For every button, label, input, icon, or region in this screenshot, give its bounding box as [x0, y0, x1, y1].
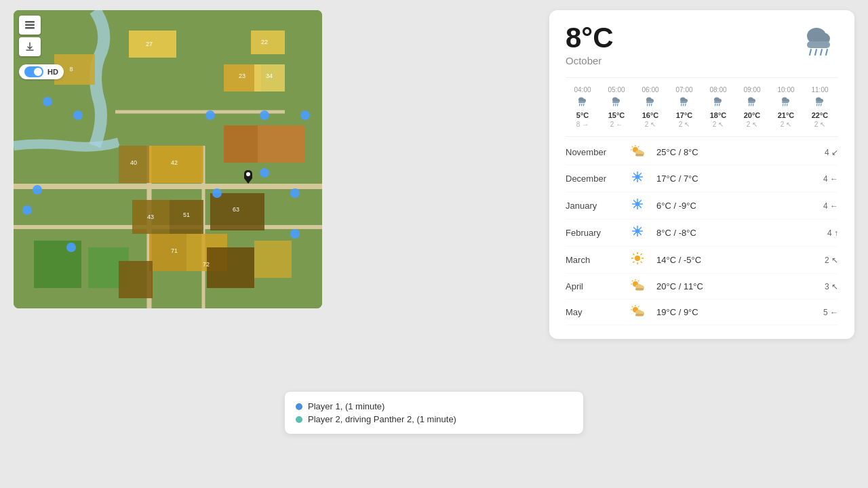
month-icon — [627, 144, 648, 160]
hour-icon — [566, 96, 599, 110]
hour-time: 04:00 — [566, 86, 599, 94]
svg-text:42: 42 — [171, 159, 178, 166]
svg-line-88 — [715, 104, 716, 106]
svg-line-124 — [632, 146, 633, 147]
month-row: April 20°C / 11°C 3 ↖ — [566, 274, 838, 300]
hour-time: 06:00 — [633, 86, 667, 94]
hour-temp: 18°C — [701, 111, 735, 119]
svg-line-157 — [638, 281, 639, 281]
hour-column: 09:00 20°C 2 ↖ — [735, 86, 769, 128]
svg-line-71 — [616, 104, 616, 106]
player-row-1: Player 1, (1 minute) — [296, 400, 572, 413]
svg-line-152 — [633, 262, 634, 263]
month-temps: 17°C / 7°C — [648, 174, 804, 184]
month-temps: 19°C / 9°C — [648, 307, 804, 317]
month-icon — [627, 170, 648, 187]
hour-icon — [701, 96, 735, 110]
hour-column: 08:00 18°C 2 ↖ — [701, 86, 735, 128]
hour-time: 09:00 — [735, 86, 769, 94]
month-wind: 5 ← — [804, 308, 838, 317]
month-temps: 8°C / -8°C — [648, 228, 804, 238]
toggle-switch[interactable] — [24, 66, 43, 77]
svg-line-60 — [826, 49, 827, 55]
svg-rect-160 — [635, 288, 644, 291]
svg-rect-21 — [149, 234, 186, 271]
svg-point-46 — [212, 188, 222, 198]
svg-rect-26 — [207, 247, 254, 288]
player-2-dot — [296, 416, 302, 423]
hour-icon — [599, 96, 633, 110]
month-wind: 4 ← — [804, 201, 838, 211]
svg-line-59 — [821, 49, 822, 55]
player-row-2: Player 2, driving Panther 2, (1 minute) — [296, 413, 572, 426]
svg-line-101 — [785, 104, 786, 106]
hour-icon — [735, 96, 769, 110]
hour-column: 06:00 16°C 2 ↖ — [633, 86, 667, 128]
svg-rect-75 — [646, 101, 653, 103]
svg-line-106 — [817, 104, 818, 106]
svg-point-44 — [66, 243, 76, 252]
svg-text:43: 43 — [147, 214, 154, 220]
svg-line-108 — [821, 104, 822, 106]
hourly-forecast: 04:00 5°C 8 → 05:00 15°C — [566, 77, 838, 128]
hour-column: 04:00 5°C 8 → — [566, 86, 599, 128]
svg-line-64 — [580, 104, 580, 106]
month-icon — [627, 224, 648, 241]
hour-icon — [803, 96, 837, 110]
month-wind: 3 ↖ — [804, 282, 838, 291]
month-name: January — [566, 201, 627, 211]
month-wind: 2 ↖ — [804, 256, 838, 265]
hour-wind: 2 ↖ — [735, 121, 769, 128]
svg-line-102 — [787, 104, 788, 106]
svg-text:23: 23 — [239, 73, 245, 79]
month-row: May 19°C / 9°C 5 ← — [566, 300, 838, 325]
svg-line-90 — [719, 104, 720, 106]
hour-time: 12:00 — [837, 86, 838, 94]
hour-wind: 2 ↖ — [803, 121, 837, 128]
svg-rect-1 — [25, 24, 35, 26]
layers-button[interactable] — [19, 16, 41, 35]
svg-rect-69 — [612, 101, 619, 103]
svg-point-41 — [73, 110, 83, 120]
weather-panel: 8°C October 04:00 — [549, 10, 854, 339]
hour-wind: 2 ↖ — [837, 121, 838, 128]
map-panel: HD — [14, 10, 322, 308]
hd-toggle[interactable]: HD — [19, 64, 64, 79]
hour-temp: 5°C — [566, 111, 599, 119]
hour-temp: 15°C — [599, 111, 633, 119]
month-icon — [627, 279, 648, 294]
month-name: December — [566, 174, 627, 184]
svg-point-47 — [260, 168, 269, 178]
svg-line-66 — [584, 104, 585, 106]
current-temperature: 8°C — [566, 24, 614, 52]
svg-text:71: 71 — [171, 247, 178, 254]
player-1-text: Player 1, (1 minute) — [308, 401, 384, 411]
svg-line-164 — [632, 306, 633, 307]
hour-temp: 20°C — [735, 111, 769, 119]
svg-point-53 — [246, 172, 250, 176]
hour-time: 07:00 — [667, 86, 701, 94]
svg-rect-2 — [25, 27, 35, 29]
month-temps: 20°C / 11°C — [648, 281, 804, 291]
svg-line-72 — [618, 104, 618, 106]
svg-point-50 — [205, 110, 215, 120]
main-weather-icon — [800, 24, 838, 62]
player-panel: Player 1, (1 minute) Player 2, driving P… — [285, 392, 583, 434]
svg-rect-0 — [25, 21, 35, 23]
svg-line-150 — [641, 262, 642, 263]
svg-line-65 — [582, 104, 583, 106]
svg-line-107 — [819, 104, 820, 106]
month-row: November 25°C / 8°C 4 ↙ — [566, 140, 838, 165]
hour-wind: 2 ↖ — [633, 121, 667, 128]
svg-line-156 — [632, 281, 633, 281]
svg-line-57 — [810, 49, 811, 55]
svg-line-96 — [753, 104, 754, 106]
svg-rect-25 — [119, 261, 153, 298]
month-name: March — [566, 255, 627, 265]
hour-temp: 16°C — [633, 111, 667, 119]
download-button[interactable] — [19, 37, 41, 56]
svg-rect-63 — [578, 101, 585, 103]
hour-time: 11:00 — [803, 86, 837, 94]
svg-point-40 — [43, 97, 52, 106]
svg-rect-27 — [254, 241, 292, 278]
